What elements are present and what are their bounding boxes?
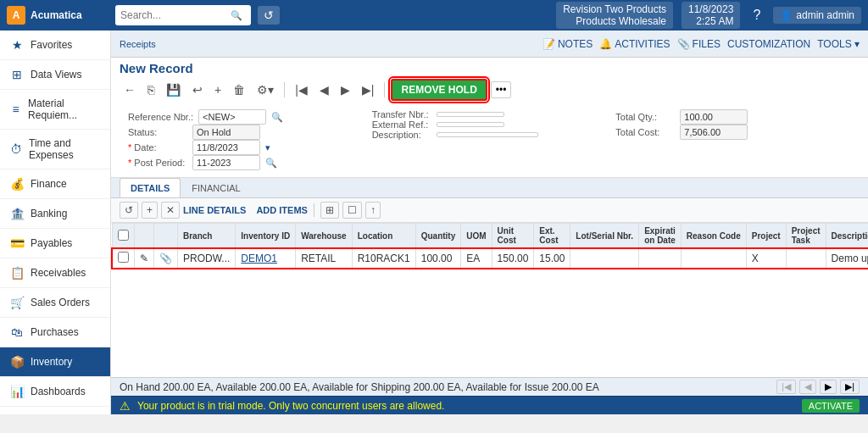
reference-nbr-label: Reference Nbr.: xyxy=(128,112,193,122)
grid-toolbar: ↺ + ✕ LINE DETAILS ADD ITEMS ⊞ ☐ ↑ xyxy=(111,198,868,223)
prev-button[interactable]: ◀ xyxy=(315,80,333,99)
sidebar-item-time-expenses[interactable]: ⏱ Time and Expenses xyxy=(0,130,110,169)
add-button[interactable]: + xyxy=(210,80,225,99)
remove-hold-button[interactable]: REMOVE HOLD xyxy=(391,79,487,101)
form-column-2: Transfer Nbr.: External Ref.: Descriptio… xyxy=(372,109,608,170)
revision-line1: Revision Two Products xyxy=(563,3,666,15)
sidebar-item-label: Receivables xyxy=(31,267,86,279)
external-ref-value[interactable] xyxy=(437,122,504,127)
sidebar-item-dashboards[interactable]: 📊 Dashboards xyxy=(0,377,110,407)
post-period-value[interactable]: 11-2023 xyxy=(192,155,260,170)
transfer-nbr-value[interactable] xyxy=(437,112,504,117)
date-row: Date: 11/8/2023 ▾ xyxy=(128,140,364,155)
sidebar-item-material[interactable]: ≡ Material Requiem... xyxy=(0,90,110,130)
row-attach-icon[interactable]: 📎 xyxy=(154,248,178,269)
sidebar-item-inventory[interactable]: 📦 Inventory xyxy=(0,347,110,377)
activate-button[interactable]: ACTIVATE xyxy=(802,399,860,413)
date-value[interactable]: 11/8/2023 xyxy=(192,140,260,155)
prev-page-button[interactable]: ◀ xyxy=(799,380,816,394)
line-details-button[interactable]: LINE DETAILS xyxy=(183,205,246,215)
col-reason-code: Reason Code xyxy=(681,224,746,249)
col-checkbox[interactable] xyxy=(112,224,135,249)
reference-search-icon[interactable]: 🔍 xyxy=(271,112,283,123)
post-period-row: Post Period: 11-2023 🔍 xyxy=(128,155,364,170)
sidebar-item-label: Banking xyxy=(31,208,67,219)
external-ref-label: External Ref.: xyxy=(372,119,431,130)
sidebar-item-label: Payables xyxy=(31,237,72,249)
files-button[interactable]: 📎 FILES xyxy=(677,38,721,50)
tools-button[interactable]: TOOLS ▾ xyxy=(817,38,860,50)
row-checkbox[interactable] xyxy=(112,248,135,269)
revision-line2: Products Wholesale xyxy=(576,15,666,27)
form-column-1: Reference Nbr.: <NEW> 🔍 Status: On Hold … xyxy=(128,109,364,170)
first-button[interactable]: |◀ xyxy=(291,80,312,99)
sidebar-item-data-views[interactable]: ⊞ Data Views xyxy=(0,60,110,90)
row-edit-icon[interactable]: ✎ xyxy=(135,248,154,269)
grid-refresh-button[interactable]: ↺ xyxy=(120,202,138,219)
sidebar-item-sales-orders[interactable]: 🛒 Sales Orders xyxy=(0,288,110,318)
sidebar-item-purchases[interactable]: 🛍 Purchases xyxy=(0,318,110,347)
files-icon: 📎 xyxy=(677,38,690,50)
first-page-button[interactable]: |◀ xyxy=(776,380,796,394)
search-input[interactable] xyxy=(120,9,231,21)
activities-button[interactable]: 🔔 ACTIVITIES xyxy=(599,38,670,50)
action-dropdown-button[interactable]: ⚙▾ xyxy=(253,80,278,99)
reference-nbr-row: Reference Nbr.: <NEW> 🔍 xyxy=(128,109,364,125)
back-button[interactable]: ← xyxy=(120,80,140,99)
files-label: FILES xyxy=(693,38,721,50)
grid-delete-row-button[interactable]: ✕ xyxy=(161,202,180,219)
list-icon: ≡ xyxy=(10,103,21,116)
status-row: Status: On Hold xyxy=(128,125,364,140)
grid-fit-button[interactable]: ⊞ xyxy=(320,202,339,219)
sidebar-item-favorites[interactable]: ★ Favorites xyxy=(0,31,110,60)
last-button[interactable]: ▶| xyxy=(358,80,379,99)
description-value[interactable] xyxy=(437,132,538,137)
customization-label: CUSTOMIZATION xyxy=(727,38,810,50)
info-bar: On Hand 200.00 EA, Available 200.00 EA, … xyxy=(111,377,868,396)
save-button[interactable]: 💾 xyxy=(162,80,185,99)
row-branch: PRODW... xyxy=(178,248,236,269)
purchases-icon: 🛍 xyxy=(10,325,24,339)
sidebar-item-banking[interactable]: 🏦 Banking xyxy=(0,199,110,229)
page-title: New Record xyxy=(120,61,860,75)
help-button[interactable]: ? xyxy=(748,6,765,25)
undo-button[interactable]: ↩ xyxy=(188,80,207,99)
revision-info[interactable]: Revision Two Products Products Wholesale xyxy=(556,2,673,29)
notes-button[interactable]: 📝 NOTES xyxy=(542,38,593,50)
user-menu-button[interactable]: 👤 admin admin xyxy=(773,7,861,24)
grid-clear-button[interactable]: ☐ xyxy=(342,202,362,219)
more-actions-button[interactable]: ••• xyxy=(491,81,512,98)
status-value: On Hold xyxy=(192,125,260,140)
next-button[interactable]: ▶ xyxy=(337,80,354,99)
sidebar-item-finance[interactable]: 💰 Finance xyxy=(0,169,110,199)
col-expiration: Expiration Date xyxy=(639,224,682,249)
history-button[interactable]: ↺ xyxy=(258,6,280,25)
activities-label: ACTIVITIES xyxy=(615,38,670,50)
table-header-row: Branch Inventory ID Warehouse Location Q… xyxy=(112,224,868,249)
breadcrumb[interactable]: Receipts xyxy=(120,39,156,49)
tab-details[interactable]: DETAILS xyxy=(120,178,181,197)
inventory-icon: 📦 xyxy=(10,355,24,369)
post-period-search-icon[interactable]: 🔍 xyxy=(265,158,277,169)
warning-icon: ⚠ xyxy=(120,399,131,413)
customization-button[interactable]: CUSTOMIZATION xyxy=(727,38,810,50)
sidebar-item-payables[interactable]: 💳 Payables xyxy=(0,229,110,258)
grid-add-row-button[interactable]: + xyxy=(142,202,158,219)
user-icon: 👤 xyxy=(780,9,793,21)
row-expiration xyxy=(639,248,682,269)
reference-nbr-value[interactable]: <NEW> xyxy=(198,109,266,125)
tab-financial[interactable]: FINANCIAL xyxy=(181,178,251,197)
delete-button[interactable]: 🗑 xyxy=(229,80,249,99)
last-page-button[interactable]: ▶| xyxy=(840,380,860,394)
grid-export-button[interactable]: ↑ xyxy=(365,202,381,219)
sidebar-item-label: Favorites xyxy=(31,39,72,51)
total-cost-value: 7,506.00 xyxy=(680,125,748,140)
next-page-button[interactable]: ▶ xyxy=(820,380,837,394)
date-info[interactable]: 11/8/2023 2:25 AM xyxy=(682,2,740,29)
add-items-button[interactable]: ADD ITEMS xyxy=(256,205,308,215)
date-picker-icon[interactable]: ▾ xyxy=(265,142,270,153)
sidebar-item-commerce[interactable]: 🔗 Commerce Connec... xyxy=(0,407,110,414)
row-inventory-id[interactable]: DEMO1 xyxy=(236,248,296,269)
sidebar-item-receivables[interactable]: 📋 Receivables xyxy=(0,258,110,288)
duplicate-button[interactable]: ⎘ xyxy=(143,80,159,99)
